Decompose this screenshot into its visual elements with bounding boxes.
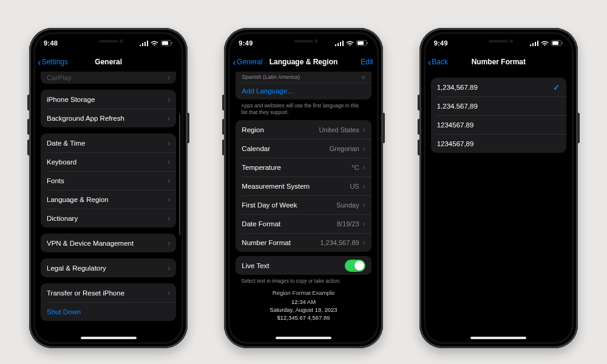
row-label: Shut Down	[47, 308, 81, 315]
svg-rect-8	[337, 43, 339, 46]
row-label: Measurement System	[242, 183, 310, 190]
row-value: Gregorian	[330, 145, 359, 152]
row-language-region[interactable]: Language & Region›	[41, 190, 176, 209]
row-background-app-refresh[interactable]: Background App Refresh›	[41, 109, 176, 127]
live-text-footer: Select text in images to copy or take ac…	[230, 275, 376, 285]
language-footer: Apps and websites will use the first lan…	[230, 99, 376, 116]
row-number-format[interactable]: Number Format1,234,567.89›	[236, 233, 371, 252]
row-label: Temperature	[242, 164, 281, 171]
option-label: 1234567,89	[437, 140, 474, 147]
clipped-group: CarPlay ›	[41, 72, 176, 84]
chevron-right-icon: ›	[168, 264, 170, 272]
row-value: 8/19/23	[337, 220, 359, 228]
row-region[interactable]: RegionUnited States›	[236, 120, 371, 139]
row-carplay[interactable]: CarPlay ›	[41, 72, 176, 84]
row-label: Date & Time	[47, 140, 85, 147]
option-1[interactable]: 1.234.567,89	[431, 96, 566, 115]
row-measurement-system[interactable]: Measurement SystemUS›	[236, 177, 371, 195]
edit-button[interactable]: Edit	[361, 58, 373, 66]
chevron-right-icon: ›	[168, 95, 170, 104]
row-label: Date Format	[242, 220, 280, 228]
row-temperature[interactable]: Temperature°C›	[236, 158, 371, 177]
example-line: Saturday, August 19, 2023	[230, 306, 376, 314]
chevron-right-icon: ›	[363, 163, 365, 172]
row-label: Region	[242, 126, 263, 133]
chevron-right-icon: ›	[363, 182, 365, 190]
chevron-left-icon: ‹	[428, 57, 432, 67]
example-header: Region Format Example	[230, 289, 376, 297]
svg-rect-13	[367, 42, 368, 44]
back-label: Back	[432, 58, 448, 66]
row-label: Calendar	[242, 145, 270, 152]
phone-general: 9:48 ‹ Settings General	[29, 28, 188, 348]
row-keyboard[interactable]: Keyboard›	[41, 152, 176, 171]
wifi-icon	[346, 41, 354, 46]
svg-rect-10	[342, 41, 344, 46]
wifi-icon	[151, 41, 158, 46]
screen-general: 9:48 ‹ Settings General	[35, 34, 181, 342]
reorder-icon[interactable]: ≡	[361, 73, 365, 81]
row-value: United States	[319, 126, 359, 133]
row-language-spanish[interactable]: Spanish (Latin America) ≡	[236, 72, 371, 83]
option-2[interactable]: 1234567.89	[431, 115, 566, 134]
row-label: Language & Region	[47, 196, 109, 203]
row-label: VPN & Device Management	[47, 240, 134, 247]
chevron-right-icon: ›	[168, 177, 170, 185]
row-transfer-reset[interactable]: Transfer or Reset iPhone ›	[41, 283, 176, 302]
chevron-right-icon: ›	[168, 195, 170, 204]
nav-bar: ‹ General Language & Region Edit	[230, 52, 376, 72]
home-indicator[interactable]	[470, 337, 526, 339]
row-label: Fonts	[47, 177, 64, 184]
screen-language-region: 9:49 ‹ General Language & Region Edit	[230, 34, 376, 342]
status-indicators	[530, 40, 563, 46]
chevron-left-icon: ‹	[232, 57, 236, 67]
row-dictionary[interactable]: Dictionary›	[41, 209, 176, 228]
row-first-day-of-week[interactable]: First Day of WeekSunday›	[236, 195, 371, 214]
option-label: 1234567.89	[437, 121, 474, 129]
svg-rect-15	[532, 43, 534, 46]
live-text-toggle[interactable]	[345, 260, 365, 272]
row-label: Background App Refresh	[47, 115, 124, 122]
svg-rect-16	[535, 42, 536, 46]
row-vpn-device-management[interactable]: VPN & Device Management›	[41, 234, 176, 252]
row-label: Transfer or Reset iPhone	[47, 289, 124, 297]
row-label: Legal & Regulatory	[47, 265, 106, 272]
row-label: iPhone Storage	[47, 96, 95, 103]
wifi-icon	[541, 41, 549, 46]
nav-bar: ‹ Settings General	[35, 52, 181, 72]
home-indicator[interactable]	[81, 337, 137, 339]
svg-rect-19	[552, 41, 558, 45]
row-label: Live Text	[242, 262, 269, 269]
status-indicators	[335, 40, 368, 46]
row-legal-regulatory[interactable]: Legal & Regulatory›	[41, 258, 176, 277]
option-3[interactable]: 1234567,89	[431, 134, 566, 153]
nav-bar: ‹ Back Number Format	[426, 52, 572, 72]
back-button[interactable]: ‹ Back	[428, 57, 448, 67]
screen-number-format: 9:49 ‹ Back Number Format 1,234,567.89✓1…	[426, 34, 572, 342]
back-button[interactable]: ‹ Settings	[38, 57, 68, 67]
row-subtitle: Spanish (Latin America)	[242, 74, 300, 80]
row-label: CarPlay	[47, 74, 72, 81]
back-button[interactable]: ‹ General	[232, 57, 262, 67]
row-iphone-storage[interactable]: iPhone Storage›	[41, 90, 176, 109]
example-line: $12,345.67 4,567.89	[230, 314, 376, 322]
option-0[interactable]: 1,234,567.89✓	[431, 78, 566, 96]
home-indicator[interactable]	[276, 337, 331, 339]
phone-language-region: 9:49 ‹ General Language & Region Edit	[224, 28, 382, 348]
row-date-time[interactable]: Date & Time›	[41, 133, 176, 152]
battery-icon	[161, 40, 173, 46]
shut-down-button[interactable]: Shut Down	[41, 302, 176, 321]
row-date-format[interactable]: Date Format8/19/23›	[236, 214, 371, 233]
svg-rect-5	[162, 41, 168, 45]
chevron-right-icon: ›	[363, 220, 365, 228]
row-value: °C	[351, 164, 359, 171]
notch	[75, 34, 143, 47]
status-time: 9:49	[434, 39, 448, 47]
svg-rect-20	[561, 42, 563, 44]
row-label: Add Language…	[242, 87, 294, 95]
row-label: Keyboard	[47, 158, 76, 166]
row-fonts[interactable]: Fonts›	[41, 171, 176, 190]
row-calendar[interactable]: CalendarGregorian›	[236, 139, 371, 158]
notch	[464, 34, 532, 47]
add-language-button[interactable]: Add Language…	[236, 83, 371, 99]
